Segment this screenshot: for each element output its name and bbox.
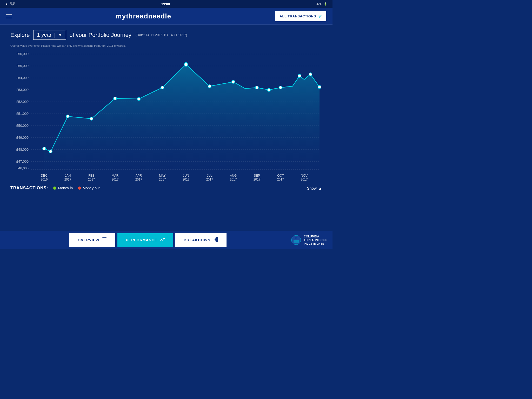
svg-point-52 <box>291 235 301 245</box>
chart-point-sep <box>255 86 258 89</box>
brand-line1: COLUMBIA <box>304 235 327 238</box>
svg-text:AUG: AUG <box>230 174 237 177</box>
date-range: (Date: 14.11.2016 TO 14.11.2017) <box>136 33 187 37</box>
breakdown-icon <box>213 237 218 243</box>
wifi-icon <box>10 2 15 6</box>
svg-text:2017: 2017 <box>64 178 71 181</box>
svg-text:MAR: MAR <box>112 174 119 177</box>
svg-text:NOV: NOV <box>301 174 308 177</box>
chart-point-oct <box>279 86 282 89</box>
hamburger-menu[interactable] <box>6 14 12 18</box>
status-time: 19:08 <box>161 2 170 6</box>
transfer-icon: ⇄ <box>318 14 322 19</box>
chart-point-nov2 <box>309 73 312 76</box>
svg-text:2017: 2017 <box>135 178 142 181</box>
svg-text:SEP: SEP <box>254 174 260 177</box>
svg-point-51 <box>215 238 217 241</box>
signal-icon: ▲ <box>5 2 8 5</box>
explore-row: Explore 1 year | ▼ of your Portfolio Jou… <box>10 30 322 40</box>
chart-point-jan <box>66 115 69 118</box>
chart-point-jul <box>208 85 211 88</box>
all-transactions-button[interactable]: ALL TRANSACTIONS ⇄ <box>275 11 326 21</box>
explore-label: Explore <box>10 32 30 38</box>
svg-text:£52,000: £52,000 <box>16 100 29 104</box>
performance-label: PERFORMANCE <box>126 238 157 242</box>
svg-text:£53,000: £53,000 <box>16 88 29 92</box>
brand-name: COLUMBIA THREADNEEDLE INVESTMENTS <box>304 235 327 246</box>
svg-text:FEB: FEB <box>88 174 94 177</box>
svg-text:£51,000: £51,000 <box>16 112 29 116</box>
svg-rect-48 <box>102 240 107 240</box>
svg-text:£50,000: £50,000 <box>16 124 29 128</box>
svg-text:£56,000: £56,000 <box>16 52 29 56</box>
divider: | <box>54 32 55 38</box>
svg-rect-47 <box>102 239 107 239</box>
battery-icon: 🔋 <box>324 2 327 6</box>
main-content: Explore 1 year | ▼ of your Portfolio Jou… <box>0 25 332 196</box>
money-out-legend: Money out <box>78 186 99 190</box>
svg-text:£55,000: £55,000 <box>16 64 29 68</box>
svg-text:2017: 2017 <box>159 178 166 181</box>
tab-breakdown[interactable]: BREAKDOWN <box>175 233 227 247</box>
chart-area-fill <box>44 64 320 169</box>
svg-text:JAN: JAN <box>65 174 71 177</box>
tab-performance[interactable]: PERFORMANCE <box>117 233 173 247</box>
portfolio-chart: £56,000 £55,000 £54,000 £53,000 £52,000 … <box>10 49 322 182</box>
year-select-dropdown[interactable]: 1 year | ▼ <box>33 30 66 40</box>
brand-line2: THREADNEEDLE <box>304 238 327 242</box>
svg-text:OCT: OCT <box>277 174 284 177</box>
brand-logo: CT COLUMBIA THREADNEEDLE INVESTMENTS <box>291 235 327 246</box>
transactions-label: TRANSACTIONS: <box>10 186 48 190</box>
all-transactions-label: ALL TRANSACTIONS <box>280 14 316 18</box>
brand-line3: INVESTMENTS <box>304 242 327 245</box>
columbia-threadneedle-icon: CT <box>291 235 301 245</box>
transactions-row: TRANSACTIONS: Money in Money out Show ▲ <box>10 182 322 193</box>
svg-text:2017: 2017 <box>277 178 284 181</box>
battery-text: 42% <box>316 2 322 5</box>
chart-point-may <box>161 86 164 89</box>
chart-point-sep2 <box>267 88 270 91</box>
money-in-dot <box>53 187 56 190</box>
status-bar: ▲ 19:08 42% 🔋 <box>0 0 332 8</box>
money-out-dot <box>78 187 81 190</box>
overview-label: OVERVIEW <box>78 238 99 242</box>
money-in-label: Money in <box>58 186 73 190</box>
transactions-legend: TRANSACTIONS: Money in Money out <box>10 186 100 190</box>
svg-text:CT: CT <box>295 237 297 239</box>
svg-rect-46 <box>102 237 107 238</box>
overview-icon <box>102 237 107 243</box>
chart-point-jun <box>184 63 188 66</box>
chart-point-dec <box>43 147 46 150</box>
svg-text:2017: 2017 <box>206 178 213 181</box>
app-header: mythreadneedle ALL TRANSACTIONS ⇄ <box>0 8 332 25</box>
svg-text:2017: 2017 <box>254 178 261 181</box>
status-right: 42% 🔋 <box>316 2 327 6</box>
chart-point-nov1 <box>298 74 301 77</box>
chart-point-aug <box>232 80 235 83</box>
chart-point-nov-end <box>318 85 321 89</box>
money-out-label: Money out <box>83 186 99 190</box>
chart-point-feb <box>90 117 93 120</box>
performance-icon <box>160 237 165 243</box>
explore-suffix: of your Portfolio Journey <box>69 32 131 38</box>
show-label: Show <box>307 186 317 190</box>
show-transactions-button[interactable]: Show ▲ <box>307 186 322 190</box>
svg-text:£54,000: £54,000 <box>16 76 29 80</box>
svg-text:£49,000: £49,000 <box>16 136 29 139</box>
svg-text:£46,000: £46,000 <box>16 166 29 170</box>
year-option-label: 1 year <box>37 32 52 38</box>
svg-rect-49 <box>102 241 105 241</box>
svg-text:2017: 2017 <box>183 178 190 181</box>
nav-tabs-container: OVERVIEW PERFORMANCE BREAKDOWN <box>5 233 291 247</box>
status-left: ▲ <box>5 2 15 6</box>
svg-text:2017: 2017 <box>230 178 237 181</box>
chevron-up-icon: ▲ <box>318 186 322 190</box>
svg-text:DEC: DEC <box>41 174 48 177</box>
svg-text:2016: 2016 <box>41 178 48 181</box>
breakdown-label: BREAKDOWN <box>184 238 210 242</box>
svg-text:2017: 2017 <box>301 178 308 181</box>
svg-text:£47,000: £47,000 <box>16 159 29 163</box>
svg-text:2017: 2017 <box>112 178 119 181</box>
svg-text:JUN: JUN <box>183 174 189 177</box>
tab-overview[interactable]: OVERVIEW <box>69 233 115 247</box>
